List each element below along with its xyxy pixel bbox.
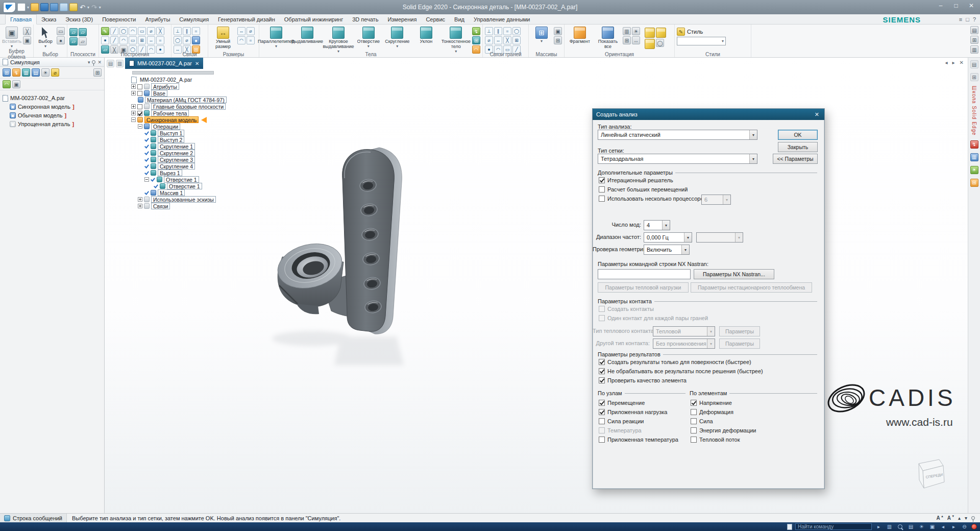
dropdown-arrow-icon[interactable]: ▾ (749, 130, 757, 139)
expand-icon[interactable] (138, 197, 142, 202)
pathfinder-item-operations[interactable]: Операции (138, 123, 254, 130)
face-concentric-icon[interactable] (512, 27, 521, 35)
checkbox-box[interactable] (599, 359, 605, 365)
solve-icon[interactable] (12, 68, 20, 77)
sim-tree-item-ordered[interactable]: Обычная модель (10, 112, 102, 119)
pathfinder-item-cutout-1[interactable]: Вырез 1 (144, 170, 254, 176)
checkbox-box[interactable] (691, 418, 697, 424)
pattern-button[interactable]: ▾ (531, 26, 552, 43)
font-decrease-icon[interactable]: A (947, 515, 954, 521)
orientation-view-cube[interactable]: СПЕРЕДИ (912, 448, 955, 492)
revolve-button[interactable]: Круговое выдавливание ▾ (324, 26, 353, 54)
banner-icon-1[interactable] (970, 140, 978, 149)
tab-izmereniya[interactable]: Измерения (383, 14, 421, 24)
expand-icon[interactable] (131, 104, 136, 109)
results-icon[interactable] (32, 68, 40, 77)
open-icon[interactable] (31, 3, 39, 11)
pin-icon[interactable] (92, 60, 95, 64)
pathfinder-item-used-sketches[interactable]: Использованные эскизы (138, 196, 254, 203)
angle-dimension-icon[interactable] (237, 36, 246, 44)
distance-dimension-icon[interactable] (237, 27, 246, 35)
skip-postprocess-checkbox[interactable]: Не обрабатывать все результаты после реш… (599, 368, 763, 374)
tab-generativny-dizain[interactable]: Генеративный дизайн (213, 14, 280, 24)
multi-processor-checkbox[interactable]: Использовать несколько процессоров (599, 196, 706, 202)
pathfinder-item-synchronous-model[interactable]: Синхронная модель (131, 116, 254, 123)
tab-eskiz-3d[interactable]: Эскиз (3D) (61, 14, 97, 24)
expand-icon[interactable] (138, 204, 142, 208)
show-all-button[interactable]: Показать все (595, 26, 621, 50)
banner-icon-3[interactable] (970, 166, 978, 174)
dock-window-icon[interactable] (970, 45, 978, 54)
close-window-button[interactable]: ✕ (964, 0, 979, 11)
pathfinder-item-hole-1[interactable]: Отверстие 1 (144, 176, 254, 183)
collapse-icon[interactable] (131, 117, 136, 122)
tab-vid[interactable]: Вид (450, 14, 469, 24)
applied-temperature-checkbox[interactable]: Приложенная температура (599, 437, 678, 443)
customize-toolbar-icon[interactable]: ▾ (99, 5, 101, 10)
style-select[interactable]: ▾ (677, 37, 726, 45)
dock-sheet-icon[interactable] (970, 26, 978, 34)
nastran-command-input[interactable] (598, 269, 691, 279)
expand-icon[interactable] (131, 91, 136, 95)
pathfinder-item-work-bodies[interactable]: Рабочие тела (131, 110, 254, 116)
layers-icon[interactable] (907, 523, 915, 530)
brightness-icon[interactable] (918, 523, 925, 530)
pathfinder-item-pattern-1[interactable]: Массив 1 (144, 189, 254, 196)
undo-dropdown-icon[interactable]: ▾ (87, 5, 89, 10)
tab-glavnaya[interactable]: Главная (5, 14, 37, 25)
polygon-icon[interactable] (129, 36, 137, 44)
equation-icon[interactable] (156, 36, 164, 44)
checkbox-box[interactable] (691, 400, 697, 406)
displacement-checkbox[interactable]: Перемещение (599, 400, 645, 406)
mesh-icon[interactable] (22, 68, 30, 77)
new-document-icon[interactable] (17, 3, 26, 11)
applied-load-checkbox[interactable]: Приложенная нагрузка (599, 409, 667, 415)
save-as-icon[interactable] (50, 3, 58, 11)
search-zoom-icon[interactable] (896, 523, 904, 530)
pathfinder-root[interactable]: MM-00237-002_A.par (131, 77, 254, 83)
select-box-icon[interactable] (57, 27, 65, 35)
smart-dimension-button[interactable]: Умный размер (210, 26, 236, 50)
tab-3d-pechat[interactable]: 3D печать (348, 14, 383, 24)
polyline-icon[interactable] (110, 36, 118, 44)
tab-upravlenie-dannymi[interactable]: Управление данными (469, 14, 535, 24)
checkbox-box[interactable] (599, 418, 605, 424)
school-banner[interactable]: Школа Solid Edge (971, 86, 977, 136)
tab-scroll-right-icon[interactable]: ▸ (952, 60, 955, 65)
nastran-parameters-button[interactable]: Параметры NX Nastran... (694, 269, 774, 279)
ellipse-icon[interactable] (147, 27, 155, 35)
pathfinder-item-round-1[interactable]: Скругление 1 (144, 143, 254, 150)
maximize-button[interactable]: □ (948, 0, 964, 11)
refresh-study-icon[interactable] (3, 80, 11, 88)
copy-study-icon[interactable] (12, 80, 20, 88)
dropdown-arrow-icon[interactable]: ▾ (662, 221, 670, 230)
font-increase-icon[interactable]: A (936, 515, 943, 521)
force-checkbox[interactable]: Сила (691, 418, 713, 424)
banner-icon-4[interactable] (970, 179, 978, 187)
pathfinder-item-protrusion-1[interactable]: Выступ 1 (144, 130, 254, 136)
checkbox-box[interactable] (691, 437, 697, 443)
offset-icon[interactable] (147, 36, 155, 44)
item-checkbox[interactable] (137, 84, 142, 89)
tab-poverhnosti[interactable]: Поверхности (97, 14, 140, 24)
pathfinder-item-round-4[interactable]: Скругление 4 (144, 163, 254, 170)
collapse-icon[interactable] (144, 177, 149, 182)
view-grid-icon[interactable] (623, 36, 631, 44)
face-coplanar-icon[interactable] (512, 36, 521, 44)
pathfinder-item-attributes[interactable]: Атрибуты (131, 83, 254, 90)
parameters-toggle-button[interactable]: << Параметры (773, 154, 818, 164)
document-tab-close-icon[interactable]: ✕ (195, 61, 199, 66)
save-icon[interactable] (40, 3, 48, 11)
trim-icon[interactable] (156, 27, 164, 35)
modes-select[interactable]: 4 ▾ (644, 220, 670, 230)
checkbox-box[interactable] (599, 377, 605, 383)
tab-scroll-left-icon[interactable]: ◂ (945, 60, 948, 65)
item-checkbox[interactable] (137, 111, 142, 116)
pathfinder-toggle-icon[interactable] (107, 60, 114, 67)
undo-icon[interactable]: ↶ (79, 4, 86, 11)
dropdown-arrow-icon[interactable]: ▾ (684, 233, 692, 242)
ok-button[interactable]: OK (778, 130, 818, 140)
extrude-button[interactable]: Выдавливание (292, 26, 322, 44)
select-point-icon[interactable] (57, 36, 65, 44)
pathfinder-item-round-2[interactable]: Скругление 2 (144, 150, 254, 156)
